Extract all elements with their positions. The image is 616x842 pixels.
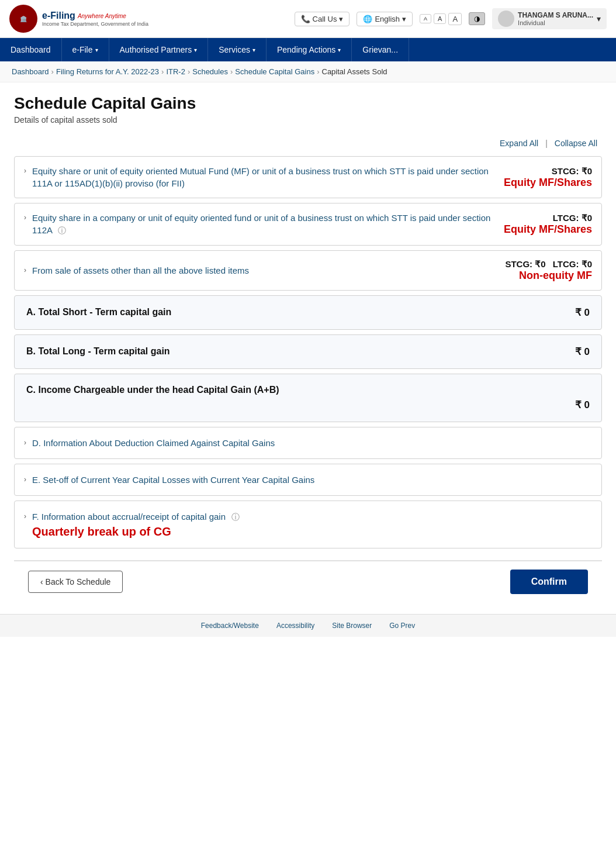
breadcrumb-sep-4: › (230, 67, 233, 76)
other-assets-header[interactable]: › From sale of assets other than all the… (15, 251, 601, 290)
summary-b-amount: ₹ 0 (575, 346, 590, 358)
deduction-header[interactable]: › D. Information About Deduction Claimed… (15, 427, 601, 458)
logo-subtitle: Income Tax Department, Government of Ind… (42, 21, 148, 27)
breadcrumb-sep-2: › (161, 67, 164, 76)
nav-item-dashboard[interactable]: Dashboard (0, 38, 62, 61)
equity-ltcg-tag: Equity MF/Shares (504, 223, 592, 236)
summary-b-label: B. Total Long - Term capital gain (26, 346, 170, 357)
efile-chevron-icon: ▾ (95, 47, 98, 53)
header-controls: 📞 Call Us ▾ 🌐 English ▾ A A A ◑ THANGAM … (295, 8, 607, 29)
avatar (498, 11, 514, 27)
quarterly-tag: Quarterly break up of CG (32, 525, 240, 539)
accrual-chevron-icon: › (24, 512, 26, 520)
breadcrumb-filing[interactable]: Filing Returns for A.Y. 2022-23 (56, 67, 159, 76)
equity-stcg-amount: STCG: ₹0 (552, 166, 592, 177)
breadcrumb-sep-1: › (51, 67, 54, 76)
font-controls: A A A (420, 13, 462, 25)
accrual-title-block: F. Information about accrual/receipt of … (32, 510, 240, 539)
equity-ltcg-header[interactable]: › Equity share in a company or unit of e… (15, 203, 601, 245)
breadcrumb-schedules[interactable]: Schedules (192, 67, 228, 76)
pending-chevron-icon: ▾ (338, 47, 341, 53)
equity-ltcg-right: LTCG: ₹0 Equity MF/Shares (504, 213, 592, 236)
breadcrumb-sep-5: › (317, 67, 319, 76)
page-subtitle: Details of capital assets sold (14, 115, 602, 125)
equity-stcg-right: STCG: ₹0 Equity MF/Shares (504, 166, 592, 189)
logo-area: 🏛️ e-Filing Anywhere Anytime Income Tax … (9, 5, 148, 33)
breadcrumb-sep-3: › (188, 67, 190, 76)
contrast-button[interactable]: ◑ (469, 12, 485, 25)
deduction-section: › D. Information About Deduction Claimed… (14, 427, 602, 459)
font-larger-button[interactable]: A (448, 13, 462, 25)
setoff-chevron-icon: › (24, 475, 26, 484)
setoff-section: › E. Set-off of Current Year Capital Los… (14, 464, 602, 496)
footer-feedback[interactable]: Feedback/Website (201, 622, 259, 630)
other-assets-tag: Non-equity MF (519, 270, 592, 282)
footer: Feedback/Website Accessibility Site Brow… (0, 614, 616, 637)
call-us-button[interactable]: 📞 Call Us ▾ (295, 12, 350, 26)
deduction-chevron-icon: › (24, 439, 26, 447)
other-assets-left: › From sale of assets other than all the… (24, 264, 249, 277)
summary-row-b: B. Total Long - Term capital gain ₹ 0 (14, 334, 602, 369)
breadcrumb-dashboard[interactable]: Dashboard (12, 67, 49, 76)
logo-emblem: 🏛️ (9, 5, 37, 33)
user-details: THANGAM S ARUNA... Individual (518, 11, 593, 26)
page-title: Schedule Capital Gains (14, 94, 602, 113)
setoff-title: E. Set-off of Current Year Capital Losse… (32, 474, 314, 486)
setoff-header[interactable]: › E. Set-off of Current Year Capital Los… (15, 464, 601, 495)
equity-ltcg-amount: LTCG: ₹0 (553, 213, 592, 223)
logo-text-block: e-Filing Anywhere Anytime Income Tax Dep… (42, 11, 148, 27)
breadcrumb-itr2[interactable]: ITR-2 (166, 67, 185, 76)
nav-item-pending-actions[interactable]: Pending Actions ▾ (267, 38, 352, 61)
collapse-all-button[interactable]: Collapse All (550, 136, 602, 150)
equity-stcg-tag: Equity MF/Shares (504, 177, 592, 189)
nav-item-authorised-partners[interactable]: Authorised Partners ▾ (109, 38, 209, 61)
chevron-icon: ▾ (339, 15, 343, 23)
accrual-info-icon: ⓘ (231, 512, 240, 523)
font-default-button[interactable]: A (434, 13, 446, 24)
deduction-title: D. Information About Deduction Claimed A… (32, 437, 275, 449)
confirm-button[interactable]: Confirm (510, 570, 588, 594)
equity-stcg-header[interactable]: › Equity share or unit of equity oriente… (15, 157, 601, 198)
nav-bar: Dashboard e-File ▾ Authorised Partners ▾… (0, 38, 616, 61)
breadcrumb-schedule-cg[interactable]: Schedule Capital Gains (235, 67, 314, 76)
other-assets-right: STCG: ₹0 LTCG: ₹0 Non-equity MF (505, 259, 592, 282)
logo-tagline: Anywhere Anytime (78, 13, 126, 19)
accrual-section: › F. Information about accrual/receipt o… (14, 501, 602, 548)
footer-accessibility[interactable]: Accessibility (276, 622, 314, 630)
breadcrumb: Dashboard › Filing Returns for A.Y. 2022… (0, 61, 616, 82)
footer-go-prev[interactable]: Go Prev (389, 622, 415, 630)
user-info[interactable]: THANGAM S ARUNA... Individual ▾ (492, 8, 607, 29)
equity-ltcg-left: › Equity share in a company or unit of e… (24, 212, 494, 237)
nav-item-efile[interactable]: e-File ▾ (62, 38, 109, 61)
expand-divider: | (543, 139, 550, 148)
other-assets-section: › From sale of assets other than all the… (14, 250, 602, 291)
accrual-header[interactable]: › F. Information about accrual/receipt o… (15, 501, 601, 548)
bottom-bar: ‹ Back To Schedule Confirm (14, 560, 602, 602)
top-header: 🏛️ e-Filing Anywhere Anytime Income Tax … (0, 0, 616, 38)
equity-stcg-section: › Equity share or unit of equity oriente… (14, 156, 602, 198)
equity-stcg-title: Equity share or unit of equity oriented … (32, 165, 494, 189)
logo-title: e-Filing (42, 11, 75, 21)
equity-ltcg-info-icon: ⓘ (58, 225, 66, 237)
back-to-schedule-button[interactable]: ‹ Back To Schedule (28, 571, 123, 593)
summary-row-c: C. Income Chargeable under the head Capi… (14, 374, 602, 422)
nav-item-services[interactable]: Services ▾ (208, 38, 267, 61)
main-content: Schedule Capital Gains Details of capita… (0, 82, 616, 614)
footer-site-browser[interactable]: Site Browser (332, 622, 372, 630)
expand-all-button[interactable]: Expand All (495, 136, 543, 150)
summary-c-amount: ₹ 0 (26, 399, 590, 411)
nav-item-grievance[interactable]: Grievan... (352, 38, 409, 61)
other-assets-title: From sale of assets other than all the a… (32, 264, 249, 277)
font-smaller-button[interactable]: A (420, 14, 431, 23)
language-button[interactable]: 🌐 English ▾ (357, 12, 413, 26)
summary-a-amount: ₹ 0 (575, 306, 590, 319)
user-chevron-icon: ▾ (597, 14, 601, 23)
breadcrumb-current: Capital Assets Sold (322, 67, 387, 76)
equity-stcg-chevron-icon: › (24, 167, 26, 175)
emblem-icon: 🏛️ (20, 16, 27, 22)
lang-chevron-icon: ▾ (402, 15, 406, 23)
equity-ltcg-chevron-icon: › (24, 213, 26, 222)
user-role: Individual (518, 19, 593, 26)
partners-chevron-icon: ▾ (194, 47, 197, 53)
expand-controls: Expand All | Collapse All (14, 136, 602, 150)
